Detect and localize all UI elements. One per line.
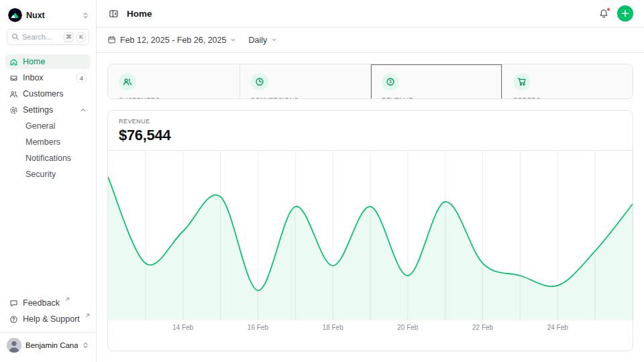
stat-card-customers[interactable]: CUSTOMERS 630 +8% bbox=[108, 64, 239, 99]
chart-metric-value: $76,544 bbox=[119, 127, 622, 144]
inbox-icon bbox=[9, 74, 18, 82]
x-axis: 14 Feb16 Feb18 Feb20 Feb22 Feb24 Feb bbox=[108, 322, 633, 335]
revenue-chart-card: REVENUE $76,544 14 Feb16 Feb18 Feb20 Feb… bbox=[107, 110, 633, 351]
search-icon bbox=[11, 33, 19, 41]
stat-label: CONVERSIONS bbox=[251, 97, 360, 99]
sidebar-item-inbox[interactable]: Inbox 4 bbox=[5, 70, 91, 85]
inbox-count-badge: 4 bbox=[76, 73, 87, 82]
sidebar-item-label: Home bbox=[23, 57, 87, 66]
area-chart[interactable] bbox=[108, 151, 633, 320]
chart-canvas[interactable]: 14 Feb16 Feb18 Feb20 Feb22 Feb24 Feb bbox=[108, 151, 633, 337]
chevron-down-icon bbox=[230, 37, 236, 43]
stat-card-revenue[interactable]: $ REVENUE $477,626 +20% bbox=[370, 64, 502, 99]
user-name: Benjamin Canac bbox=[25, 341, 78, 349]
sidebar-item-security[interactable]: Security bbox=[5, 167, 91, 182]
notifications-button[interactable] bbox=[597, 7, 610, 20]
chevron-up-icon bbox=[80, 107, 87, 113]
page-header: Home bbox=[97, 0, 644, 27]
date-range-button[interactable]: Feb 12, 2025 - Feb 26, 2025 bbox=[107, 36, 236, 45]
settings-gear-icon bbox=[9, 106, 18, 115]
stats-strip: CUSTOMERS 630 +8% CONVERSIONS bbox=[107, 64, 633, 99]
user-menu[interactable]: Benjamin Canac bbox=[0, 332, 96, 358]
x-axis-label: 22 Feb bbox=[472, 324, 493, 331]
feedback-link[interactable]: Feedback bbox=[5, 296, 91, 310]
sub-item-label: Security bbox=[25, 170, 56, 179]
date-range-label: Feb 12, 2025 - Feb 26, 2025 bbox=[120, 36, 226, 45]
granularity-label: Daily bbox=[248, 36, 267, 45]
search-input[interactable]: Search... ⌘ K bbox=[7, 29, 89, 45]
calendar-icon bbox=[107, 36, 116, 44]
x-axis-label: 20 Feb bbox=[397, 324, 418, 331]
kbd-meta: ⌘ bbox=[64, 32, 74, 42]
stat-label: CUSTOMERS bbox=[119, 97, 229, 99]
sidebar-nav: Home Inbox 4 bbox=[0, 54, 96, 182]
dollar-circle-icon: $ bbox=[382, 73, 399, 90]
nuxt-logo-icon bbox=[8, 8, 22, 22]
workspace-switcher[interactable]: Nuxt bbox=[0, 5, 96, 29]
main-panel: Home bbox=[97, 0, 644, 362]
sidebar-item-label: Inbox bbox=[23, 73, 72, 82]
stat-label: ORDERS bbox=[513, 97, 623, 99]
footer-link-label: Help & Support bbox=[23, 314, 80, 324]
svg-text:$: $ bbox=[389, 79, 392, 84]
sidebar: Nuxt Search... ⌘ K bbox=[0, 0, 97, 362]
search-placeholder: Search... bbox=[22, 33, 61, 41]
help-support-link[interactable]: Help & Support bbox=[5, 312, 91, 326]
chevron-up-down-icon bbox=[82, 11, 89, 19]
sidebar-item-settings[interactable]: Settings bbox=[5, 103, 91, 117]
sidebar-item-members[interactable]: Members bbox=[5, 135, 91, 149]
sub-item-label: General bbox=[25, 121, 55, 131]
notification-dot bbox=[606, 7, 610, 11]
chart-metric-label: REVENUE bbox=[119, 118, 622, 125]
external-link-icon bbox=[65, 297, 70, 302]
users-icon bbox=[119, 73, 136, 90]
x-axis-label: 18 Feb bbox=[323, 324, 343, 331]
sidebar-item-home[interactable]: Home bbox=[5, 54, 91, 69]
stat-card-conversions[interactable]: CONVERSIONS 1343 +14% bbox=[239, 64, 371, 99]
message-bubble-icon bbox=[9, 299, 18, 308]
help-circle-icon bbox=[9, 315, 18, 324]
x-axis-label: 14 Feb bbox=[172, 324, 193, 331]
home-icon bbox=[9, 58, 18, 66]
dashboard-content: CUSTOMERS 630 +8% CONVERSIONS bbox=[97, 53, 644, 362]
footer-link-label: Feedback bbox=[23, 298, 60, 308]
avatar bbox=[7, 338, 21, 353]
sidebar-item-general[interactable]: General bbox=[5, 119, 91, 133]
sidebar-item-label: Customers bbox=[23, 89, 87, 99]
kbd-k: K bbox=[76, 32, 86, 42]
sidebar-item-notifications[interactable]: Notifications bbox=[5, 151, 91, 166]
external-link-icon bbox=[85, 313, 90, 318]
collapse-sidebar-button[interactable] bbox=[107, 7, 120, 20]
stat-card-orders[interactable]: ORDERS 219 +15% bbox=[502, 64, 633, 99]
filters-toolbar: Feb 12, 2025 - Feb 26, 2025 Daily bbox=[97, 27, 644, 53]
sidebar-item-customers[interactable]: Customers bbox=[5, 86, 91, 101]
sidebar-item-label: Settings bbox=[23, 105, 75, 115]
stat-label: REVENUE bbox=[382, 97, 491, 99]
clock-icon bbox=[251, 73, 268, 90]
granularity-select[interactable]: Daily bbox=[248, 36, 277, 45]
customers-icon bbox=[9, 90, 18, 99]
dashboard-app: Nuxt Search... ⌘ K bbox=[0, 0, 644, 362]
x-axis-label: 16 Feb bbox=[248, 324, 268, 331]
sub-item-label: Notifications bbox=[25, 154, 71, 163]
x-axis-label: 24 Feb bbox=[547, 324, 568, 331]
chevron-up-down-icon bbox=[82, 341, 89, 349]
sub-item-label: Members bbox=[25, 137, 60, 147]
chevron-down-icon bbox=[271, 37, 277, 43]
new-item-button[interactable] bbox=[617, 5, 633, 21]
cart-icon bbox=[513, 73, 531, 90]
page-title: Home bbox=[127, 9, 590, 19]
sidebar-footer: Feedback Help & Support bbox=[0, 296, 96, 362]
chart-header: REVENUE $76,544 bbox=[108, 111, 633, 151]
workspace-name: Nuxt bbox=[26, 11, 78, 20]
